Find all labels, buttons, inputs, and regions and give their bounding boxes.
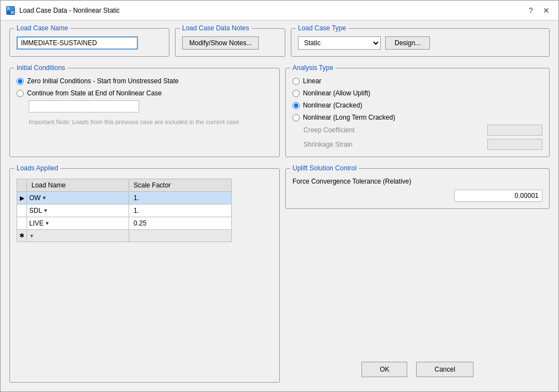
analysis-nonlinear-longterm-row: Nonlinear (Long Term Cracked) xyxy=(292,114,542,121)
row3-dropdown-icon[interactable]: ▼ xyxy=(45,221,50,226)
radio-nonlinear-cracked-label[interactable]: Nonlinear (Cracked) xyxy=(303,101,362,109)
radio-nonlinear-longterm[interactable] xyxy=(292,114,300,121)
shrinkage-input[interactable] xyxy=(487,139,542,150)
row2-scale[interactable]: 1. xyxy=(129,205,231,217)
initial-conditions-label: Initial Conditions xyxy=(14,64,67,72)
creep-coefficient-row: Creep Coefficient xyxy=(292,125,542,136)
radio-linear-label[interactable]: Linear xyxy=(303,77,321,85)
creep-label: Creep Coefficient xyxy=(304,126,355,134)
title-bar-buttons: ? ✕ xyxy=(524,5,553,16)
right-bottom-col: Uplift Solution Control Force Convergenc… xyxy=(285,168,550,383)
state-input[interactable] xyxy=(29,100,139,112)
title-bar-left: Load Case Data - Nonlinear Static xyxy=(6,6,120,15)
svg-rect-2 xyxy=(7,11,10,14)
new-row-name: ▼ xyxy=(27,230,129,241)
load-case-type-select[interactable]: Static Dynamic Response Spectrum xyxy=(298,36,381,50)
bottom-row: Loads Applied Load Name Scale Factor ▶ O… xyxy=(9,168,550,383)
row1-scale[interactable]: 1. xyxy=(129,192,231,205)
row1-dropdown-icon[interactable]: ▼ xyxy=(42,195,47,201)
app-icon xyxy=(6,6,15,15)
row3-arrow xyxy=(17,217,27,230)
main-content: Load Case Name Load Case Data Notes Modi… xyxy=(1,20,558,391)
shrinkage-label: Shrinkage Strain xyxy=(304,141,353,148)
initial-conditions-note: Important Note: Loads from this previous… xyxy=(29,118,249,126)
shrinkage-strain-row: Shrinkage Strain xyxy=(292,139,542,150)
tolerance-label: Force Convergence Tolerance (Relative) xyxy=(292,178,542,185)
col-arrow-header xyxy=(17,179,27,192)
row2-name: SDL xyxy=(29,207,42,214)
load-case-name-input[interactable] xyxy=(17,36,138,50)
new-row-dropdown-icon[interactable]: ▼ xyxy=(29,233,34,239)
analysis-nonlinear-uplift-row: Nonlinear (Allow Uplift) xyxy=(292,89,542,97)
radio-nonlinear-cracked[interactable] xyxy=(292,102,300,109)
tolerance-input[interactable] xyxy=(454,190,542,202)
radio-continue-from-state[interactable] xyxy=(17,90,24,97)
load-case-type-group: Load Case Type Static Dynamic Response S… xyxy=(291,28,550,57)
uplift-solution-label: Uplift Solution Control xyxy=(290,164,359,172)
help-button[interactable]: ? xyxy=(524,5,537,16)
row2-name-cell: SDL ▼ xyxy=(27,205,129,217)
title-bar: Load Case Data - Nonlinear Static ? ✕ xyxy=(1,1,558,20)
load-case-type-label: Load Case Type xyxy=(296,24,348,32)
col-scale-factor-header: Scale Factor xyxy=(129,179,231,192)
row2-dropdown-icon[interactable]: ▼ xyxy=(43,208,48,213)
svg-rect-0 xyxy=(7,7,10,10)
radio-nonlinear-uplift-label[interactable]: Nonlinear (Allow Uplift) xyxy=(303,89,370,97)
load-case-name-label: Load Case Name xyxy=(14,24,70,32)
initial-conditions-radio1-row: Zero Initial Conditions - Start from Uns… xyxy=(17,77,273,85)
analysis-type-label: Analysis Type xyxy=(290,64,336,72)
row1-name-cell: OW ▼ xyxy=(27,192,129,205)
row1-name: OW xyxy=(29,194,41,202)
cancel-button[interactable]: Cancel xyxy=(416,362,473,377)
row3-name: LIVE xyxy=(29,219,44,227)
row1-arrow: ▶ xyxy=(17,192,27,205)
initial-conditions-radio2-row: Continue from State at End of Nonlinear … xyxy=(17,89,273,97)
middle-row: Initial Conditions Zero Initial Conditio… xyxy=(9,68,550,157)
analysis-type-group: Analysis Type Linear Nonlinear (Allow Up… xyxy=(285,68,550,157)
radio-nonlinear-uplift[interactable] xyxy=(292,90,300,97)
modify-notes-button[interactable]: Modify/Show Notes... xyxy=(182,36,259,50)
action-buttons: OK Cancel xyxy=(285,362,550,383)
initial-conditions-group: Initial Conditions Zero Initial Conditio… xyxy=(9,68,280,157)
loads-applied-label: Loads Applied xyxy=(14,164,60,172)
svg-rect-1 xyxy=(11,7,14,10)
design-button[interactable]: Design... xyxy=(385,36,430,50)
load-case-notes-label: Load Case Data Notes xyxy=(180,24,251,32)
top-row: Load Case Name Load Case Data Notes Modi… xyxy=(9,28,550,57)
row2-arrow xyxy=(17,205,27,217)
row3-scale[interactable]: 0.25 xyxy=(129,217,231,230)
svg-rect-3 xyxy=(11,11,14,14)
close-button[interactable]: ✕ xyxy=(540,5,553,16)
radio-linear[interactable] xyxy=(292,78,300,85)
creep-input[interactable] xyxy=(487,125,542,136)
radio-nonlinear-longterm-label[interactable]: Nonlinear (Long Term Cracked) xyxy=(303,114,395,121)
radio-continue-from-state-label[interactable]: Continue from State at End of Nonlinear … xyxy=(27,89,162,97)
loads-table: Load Name Scale Factor ▶ OW ▼ 1. SDL xyxy=(17,179,232,242)
uplift-solution-group: Uplift Solution Control Force Convergenc… xyxy=(285,168,550,209)
col-load-name-header: Load Name xyxy=(27,179,129,192)
new-row-scale xyxy=(129,230,231,241)
analysis-linear-row: Linear xyxy=(292,77,542,85)
load-case-notes-group: Load Case Data Notes Modify/Show Notes..… xyxy=(175,28,285,57)
new-row-marker: ✱ xyxy=(17,230,27,241)
window-title: Load Case Data - Nonlinear Static xyxy=(19,7,120,14)
analysis-nonlinear-cracked-row: Nonlinear (Cracked) xyxy=(292,101,542,109)
loads-applied-group: Loads Applied Load Name Scale Factor ▶ O… xyxy=(9,168,280,383)
main-window: Load Case Data - Nonlinear Static ? ✕ Lo… xyxy=(0,0,559,392)
spacer xyxy=(285,214,550,356)
radio-zero-initial-label[interactable]: Zero Initial Conditions - Start from Uns… xyxy=(27,77,179,85)
load-case-name-group: Load Case Name xyxy=(9,28,169,57)
ok-button[interactable]: OK xyxy=(361,362,407,377)
radio-zero-initial[interactable] xyxy=(17,78,24,85)
row3-name-cell: LIVE ▼ xyxy=(27,217,129,230)
